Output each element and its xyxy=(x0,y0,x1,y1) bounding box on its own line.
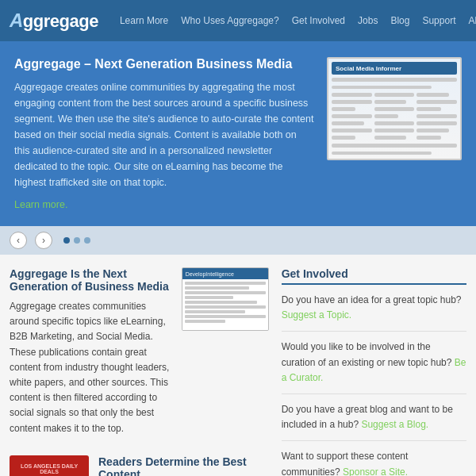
carousel-dot-1[interactable] xyxy=(63,237,70,244)
carousel-next-button[interactable]: › xyxy=(35,232,52,249)
carousel-dot-3[interactable] xyxy=(84,237,90,244)
section-readers-title: Readers Determine the Best Content xyxy=(98,455,269,476)
section-readers: LOS ANGELES DAILY DEALS FrugalFocus Frug… xyxy=(10,455,269,476)
nav-who-uses[interactable]: Who Uses Aggregage? xyxy=(175,12,284,29)
get-involved-item-1: Do you have an idea for a great topic hu… xyxy=(282,293,466,332)
hero-section: Aggregage – Next Generation Business Med… xyxy=(0,41,476,226)
gi-link-1[interactable]: Suggest a Topic. xyxy=(282,309,352,321)
hero-text-area: Aggregage – Next Generation Business Med… xyxy=(14,57,314,210)
left-column: Aggregage Is the Next Generation of Busi… xyxy=(10,267,269,476)
right-column: Get Involved Do you have an idea for a g… xyxy=(282,267,466,476)
section-readers-text: Readers Determine the Best Content Let's… xyxy=(98,455,269,476)
main-content: Aggregage Is the Next Generation of Busi… xyxy=(0,255,476,476)
nav-about[interactable]: About xyxy=(463,12,476,29)
section-next-gen-thumbnail: DevelopIntelligence xyxy=(182,267,269,331)
nav-get-involved[interactable]: Get Involved xyxy=(286,12,351,29)
gi-text-1: Do you have an idea for a great topic hu… xyxy=(282,294,462,305)
hero-body: Aggregage creates online communities by … xyxy=(14,79,314,190)
nav-jobs[interactable]: Jobs xyxy=(352,12,383,29)
gi-link-3[interactable]: Suggest a Blog. xyxy=(361,419,428,430)
logo[interactable]: Aggregage xyxy=(10,10,98,32)
get-involved-title: Get Involved xyxy=(282,267,466,285)
nav-support[interactable]: Support xyxy=(416,12,461,29)
hero-title: Aggregage – Next Generation Business Med… xyxy=(14,57,314,71)
gi-text-2: Would you like to be involved in the cur… xyxy=(282,341,452,367)
get-involved-item-4: Want to support these content communitie… xyxy=(282,449,466,476)
section-next-gen: Aggregage Is the Next Generation of Busi… xyxy=(10,267,269,444)
get-involved-item-3: Do you have a great blog and want to be … xyxy=(282,402,466,441)
carousel-bar: ‹ › xyxy=(0,226,476,255)
nav-learn-more[interactable]: Learn More xyxy=(114,12,174,29)
hero-image-label: Social Media Informer xyxy=(336,65,401,72)
carousel-dot-2[interactable] xyxy=(74,237,80,244)
nav-blog[interactable]: Blog xyxy=(385,12,415,29)
hero-image: Social Media Informer xyxy=(327,57,462,160)
hero-learn-more-link[interactable]: Learn more. xyxy=(14,199,67,210)
gi-link-4[interactable]: Sponsor a Site. xyxy=(343,466,408,477)
logo-text: Aggregage xyxy=(10,10,98,32)
get-involved-item-2: Would you like to be involved in the cur… xyxy=(282,340,466,394)
main-nav: Learn More Who Uses Aggregage? Get Invol… xyxy=(114,12,476,29)
carousel-prev-button[interactable]: ‹ xyxy=(10,232,27,249)
section-next-gen-title: Aggregage Is the Next Generation of Busi… xyxy=(10,267,174,293)
carousel-dots xyxy=(63,237,90,244)
section-next-gen-body: Aggregage creates communities around spe… xyxy=(10,299,174,436)
header: Aggregage Learn More Who Uses Aggregage?… xyxy=(0,0,476,41)
frugal-focus-thumbnail: LOS ANGELES DAILY DEALS FrugalFocus Frug… xyxy=(10,455,89,476)
section-next-gen-text: Aggregage Is the Next Generation of Busi… xyxy=(10,267,174,444)
